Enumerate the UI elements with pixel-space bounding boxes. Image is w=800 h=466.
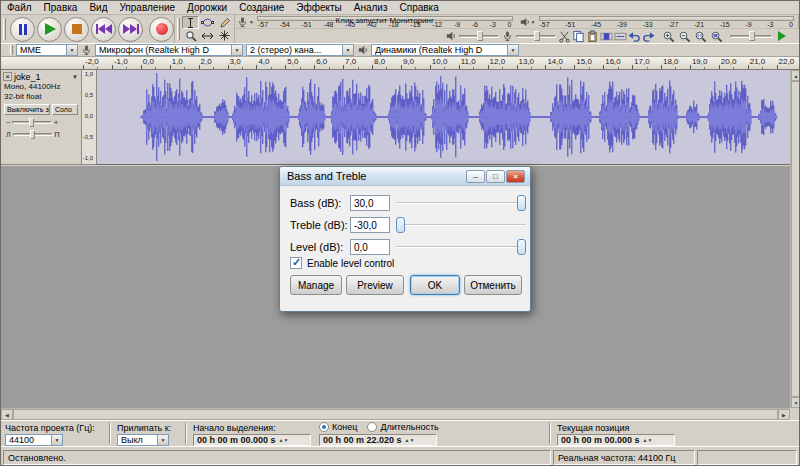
menu-item-transport[interactable]: Управление bbox=[113, 1, 181, 14]
envelope-tool-button[interactable] bbox=[199, 16, 216, 29]
slider-thumb[interactable] bbox=[749, 31, 755, 41]
menu-item-effects[interactable]: Эффекты bbox=[290, 1, 347, 14]
dialog-title-bar[interactable]: Bass and Treble – □ × bbox=[280, 167, 530, 186]
output-volume-slider[interactable] bbox=[459, 30, 499, 42]
treble-slider[interactable] bbox=[396, 217, 526, 233]
fit-selection-button[interactable] bbox=[692, 30, 708, 42]
length-radio[interactable]: Длительность bbox=[367, 422, 438, 432]
selection-end-field[interactable]: 00 h 00 m 22.020 s▲▼ bbox=[319, 434, 437, 446]
input-volume-slider[interactable] bbox=[516, 30, 556, 42]
silence-icon bbox=[614, 30, 627, 43]
track-control-panel[interactable]: × joke_1 ▼ Моно, 44100Hz 32-bit float Вы… bbox=[1, 70, 82, 165]
skip-to-start-button[interactable] bbox=[91, 17, 116, 42]
play-speed-slider[interactable] bbox=[730, 30, 772, 42]
gain-slider[interactable] bbox=[12, 118, 52, 127]
selection-start-field[interactable]: 00 h 00 m 00.000 s▲▼ bbox=[193, 434, 311, 446]
level-slider[interactable] bbox=[396, 239, 526, 255]
input-device-select[interactable]: Микрофон (Realtek High D▼ bbox=[95, 44, 243, 56]
preview-button[interactable]: Preview bbox=[346, 275, 404, 295]
slider-thumb[interactable] bbox=[30, 130, 35, 139]
menu-item-help[interactable]: Справка bbox=[394, 1, 445, 14]
toolbar-area: ▼ -57-54-51-48-45-42-18-15-12-9-6-30 Кли… bbox=[1, 15, 799, 43]
menu-item-file[interactable]: Файл bbox=[1, 1, 38, 14]
input-channels-select[interactable]: 2 (стерео) кана...▼ bbox=[246, 44, 354, 56]
audio-host-select[interactable]: MME▼ bbox=[16, 44, 78, 56]
slider-thumb[interactable] bbox=[396, 217, 405, 233]
position-field[interactable]: 00 h 00 m 00.000 s▲▼ bbox=[557, 434, 675, 446]
mute-button[interactable]: Выключить звук bbox=[4, 104, 50, 115]
horizontal-scroll-thumb[interactable] bbox=[13, 409, 778, 420]
slider-thumb[interactable] bbox=[29, 118, 34, 127]
timeline-ruler[interactable]: -2,0-1,00,01,02,03,04,05,06,07,08,09,010… bbox=[1, 57, 799, 70]
project-rate-select[interactable]: 44100▼ bbox=[5, 434, 63, 446]
track-menu-arrow-icon[interactable]: ▼ bbox=[72, 74, 78, 80]
horizontal-scrollbar[interactable]: ◀ ▶ bbox=[1, 408, 790, 420]
menu-item-analyze[interactable]: Анализ bbox=[348, 1, 394, 14]
slider-thumb[interactable] bbox=[517, 195, 526, 211]
menu-item-edit[interactable]: Правка bbox=[38, 1, 84, 14]
slider-thumb[interactable] bbox=[534, 31, 540, 41]
spinner-icon[interactable]: ▲▼ bbox=[279, 437, 289, 443]
vertical-scrollbar[interactable]: ▲ ▼ bbox=[790, 70, 800, 408]
menu-item-tracks[interactable]: Дорожки bbox=[181, 1, 233, 14]
play-icon bbox=[45, 23, 56, 35]
playback-meter[interactable]: ▼ -57-51-45-39-33-27-21-15-9-30 bbox=[517, 15, 799, 28]
slider-thumb[interactable] bbox=[517, 239, 526, 255]
draw-tool-button[interactable] bbox=[216, 16, 233, 29]
zoom-out-button[interactable] bbox=[676, 30, 692, 42]
enable-level-checkbox[interactable] bbox=[290, 257, 302, 269]
pan-slider[interactable] bbox=[13, 130, 53, 139]
end-radio[interactable]: Конец bbox=[319, 422, 357, 432]
multi-tool-button[interactable] bbox=[216, 29, 233, 42]
zoom-in-button[interactable] bbox=[660, 30, 676, 42]
copy-button[interactable] bbox=[571, 30, 585, 42]
cut-button[interactable] bbox=[557, 30, 571, 42]
vertical-ruler[interactable]: 1,00,50,0-0,5-1,0 bbox=[82, 70, 97, 165]
fit-project-button[interactable] bbox=[708, 30, 724, 42]
toolbar-grip[interactable] bbox=[10, 45, 13, 55]
stop-button[interactable] bbox=[64, 17, 89, 42]
bass-input[interactable]: 30,0 bbox=[350, 195, 390, 211]
vertical-scroll-thumb[interactable] bbox=[791, 81, 800, 397]
spinner-icon[interactable]: ▲▼ bbox=[405, 437, 415, 443]
maximize-button[interactable]: □ bbox=[486, 170, 505, 183]
ok-button[interactable]: OK bbox=[410, 275, 460, 295]
slider-thumb[interactable] bbox=[477, 31, 483, 41]
scroll-down-arrow[interactable]: ▼ bbox=[791, 397, 800, 408]
scroll-right-arrow[interactable]: ▶ bbox=[778, 409, 790, 420]
play-at-speed-button[interactable] bbox=[775, 30, 789, 42]
cancel-button[interactable]: Отменить bbox=[464, 275, 522, 295]
solo-button[interactable]: Соло bbox=[52, 104, 78, 115]
trim-button[interactable] bbox=[599, 30, 613, 42]
zoom-tool-button[interactable] bbox=[182, 29, 199, 42]
record-button[interactable] bbox=[149, 17, 174, 42]
spinner-icon[interactable]: ▲▼ bbox=[643, 437, 653, 443]
minimize-button[interactable]: – bbox=[466, 170, 485, 183]
toolbar-grip[interactable] bbox=[3, 18, 6, 40]
undo-button[interactable] bbox=[627, 30, 641, 42]
redo-button[interactable] bbox=[641, 30, 655, 42]
scroll-up-arrow[interactable]: ▲ bbox=[791, 70, 800, 81]
track-close-button[interactable]: × bbox=[3, 72, 12, 81]
skip-to-end-button[interactable] bbox=[118, 17, 143, 42]
close-button[interactable]: × bbox=[506, 170, 525, 183]
menu-item-view[interactable]: Вид bbox=[83, 1, 113, 14]
timeshift-tool-button[interactable] bbox=[199, 29, 216, 42]
paste-button[interactable] bbox=[585, 30, 599, 42]
play-button[interactable] bbox=[37, 17, 62, 42]
snap-select[interactable]: Выкл▼ bbox=[117, 434, 169, 446]
manage-button[interactable]: Manage bbox=[290, 275, 342, 295]
slider-track bbox=[396, 246, 526, 248]
toolbar-grip[interactable] bbox=[177, 18, 180, 40]
recording-meter[interactable]: ▼ -57-54-51-48-45-42-18-15-12-9-6-30 Кли… bbox=[235, 15, 517, 28]
silence-button[interactable] bbox=[613, 30, 627, 42]
menu-item-generate[interactable]: Создание bbox=[233, 1, 290, 14]
level-input[interactable]: 0,0 bbox=[350, 239, 390, 255]
bass-slider[interactable] bbox=[396, 195, 526, 211]
selection-tool-button[interactable] bbox=[182, 16, 199, 29]
pause-button[interactable] bbox=[10, 17, 35, 42]
scroll-left-arrow[interactable]: ◀ bbox=[1, 409, 13, 420]
waveform-area[interactable] bbox=[97, 70, 790, 165]
treble-input[interactable]: -30,0 bbox=[350, 217, 390, 233]
output-device-select[interactable]: Динамики (Realtek High D▼ bbox=[371, 44, 519, 56]
